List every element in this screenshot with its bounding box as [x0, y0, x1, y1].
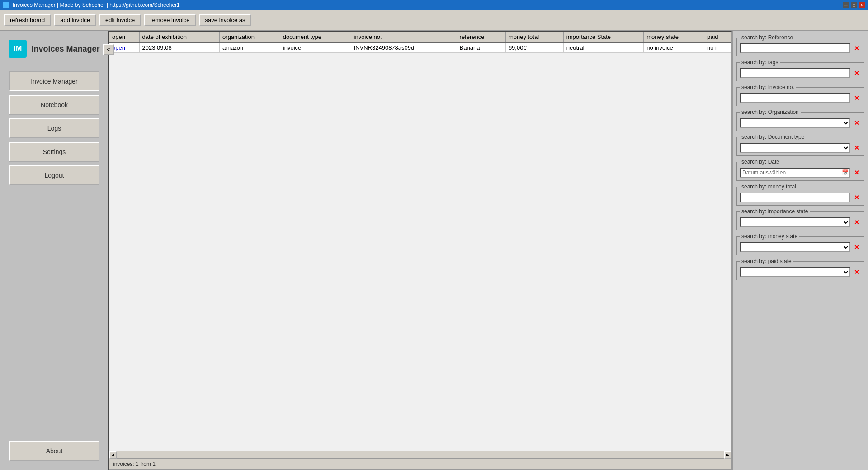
col-date: date of exhibition — [139, 32, 220, 42]
remove-invoice-button[interactable]: remove invoice — [144, 14, 196, 26]
content-area: open date of exhibition organization doc… — [108, 31, 732, 470]
add-invoice-button[interactable]: add invoice — [54, 14, 96, 26]
search-label-tags: search by: tags — [740, 59, 780, 66]
sidebar-logo: IM Invoices Manager — [0, 31, 108, 71]
search-label-importance-state: search by: importance state — [740, 208, 810, 215]
invoice-table-container[interactable]: open date of exhibition organization doc… — [109, 32, 731, 451]
sidebar-item-about[interactable]: About — [9, 441, 99, 461]
col-importance: importance State — [563, 32, 643, 42]
app-icon — [3, 2, 9, 8]
search-select-organization[interactable] — [740, 118, 850, 128]
sidebar: < IM Invoices Manager Invoice Manager No… — [0, 31, 108, 470]
app-container: refresh board add invoice edit invoice r… — [0, 10, 868, 470]
col-doctype: document type — [280, 32, 351, 42]
search-row-organization: ✕ — [740, 118, 861, 128]
col-reference: reference — [457, 32, 505, 42]
table-cell: 2023.09.08 — [139, 42, 220, 53]
calendar-icon[interactable]: 📅 — [840, 168, 849, 177]
search-row-invoice-no: ✕ — [740, 93, 861, 103]
search-group-invoice-no: search by: Invoice no. ✕ — [736, 84, 864, 106]
table-cell: no invoice — [644, 42, 704, 53]
save-invoice-as-button[interactable]: save invoice as — [199, 14, 252, 26]
search-clear-paid-state[interactable]: ✕ — [852, 268, 861, 276]
sidebar-nav: Invoice Manager Notebook Logs Settings L… — [0, 71, 108, 437]
search-label-money-state: search by: money state — [740, 233, 799, 240]
search-clear-date[interactable]: ✕ — [852, 169, 861, 176]
table-cell: INVNR32490878as09d — [351, 42, 457, 53]
logo-initials: IM — [14, 45, 22, 53]
search-row-reference: ✕ — [740, 43, 861, 53]
sidebar-item-settings[interactable]: Settings — [9, 142, 99, 162]
edit-invoice-button[interactable]: edit invoice — [99, 14, 141, 26]
search-clear-reference[interactable]: ✕ — [852, 45, 861, 52]
table-cell: amazon — [220, 42, 280, 53]
table-cell: invoice — [280, 42, 351, 53]
col-open: open — [109, 32, 139, 42]
search-input-invoice-no[interactable] — [740, 93, 850, 103]
logo-box: IM — [9, 40, 27, 58]
sidebar-item-label: Notebook — [41, 101, 68, 108]
search-group-paid-state: search by: paid state ✕ — [736, 258, 864, 280]
scroll-right-button[interactable]: ► — [724, 451, 731, 459]
table-cell: 69,00€ — [505, 42, 563, 53]
sidebar-item-logs[interactable]: Logs — [9, 118, 99, 138]
col-money-state: money state — [644, 32, 704, 42]
col-org: organization — [220, 32, 280, 42]
search-label-organization: search by: Organization — [740, 109, 801, 115]
search-input-money-total[interactable] — [740, 193, 850, 202]
table-body: open2023.09.08amazoninvoiceINVNR32490878… — [109, 42, 731, 53]
search-row-importance-state: ✕ — [740, 217, 861, 227]
search-label-date: search by: Date — [740, 159, 781, 165]
refresh-board-button[interactable]: refresh board — [4, 14, 51, 26]
scroll-left-button[interactable]: ◄ — [109, 451, 117, 459]
search-clear-organization[interactable]: ✕ — [852, 119, 861, 127]
invoice-table: open date of exhibition organization doc… — [109, 32, 731, 53]
search-clear-money-state[interactable]: ✕ — [852, 244, 861, 251]
search-select-importance-state[interactable] — [740, 217, 850, 227]
search-row-date: 📅 ✕ — [740, 168, 861, 178]
sidebar-collapse-button[interactable]: < — [103, 44, 114, 55]
sidebar-item-label: Settings — [43, 148, 66, 155]
search-group-tags: search by: tags ✕ — [736, 59, 864, 81]
search-group-date: search by: Date 📅 ✕ — [736, 159, 864, 181]
search-label-paid-state: search by: paid state — [740, 258, 793, 264]
sidebar-item-label: Logs — [47, 125, 61, 132]
search-clear-tags[interactable]: ✕ — [852, 70, 861, 77]
sidebar-bottom: About — [0, 437, 108, 470]
invoice-count-text: invoices: 1 from 1 — [113, 461, 156, 467]
search-select-document-type[interactable] — [740, 143, 850, 153]
search-clear-invoice-no[interactable]: ✕ — [852, 94, 861, 102]
search-select-paid-state[interactable] — [740, 267, 850, 277]
titlebar-title: Invoices Manager | Made by Schecher | ht… — [13, 2, 180, 8]
scroll-track[interactable] — [124, 452, 717, 458]
search-row-money-state: ✕ — [740, 242, 861, 252]
search-input-tags[interactable] — [740, 68, 850, 78]
right-panel: search by: Reference ✕ search by: tags ✕… — [732, 31, 868, 470]
col-paid: paid — [704, 32, 731, 42]
search-group-document-type: search by: Document type ✕ — [736, 134, 864, 156]
search-select-money-state[interactable] — [740, 242, 850, 252]
search-clear-importance-state[interactable]: ✕ — [852, 219, 861, 226]
horizontal-scrollbar[interactable]: ◄ ► — [109, 451, 731, 458]
search-input-date[interactable] — [741, 169, 840, 177]
logo-text: Invoices Manager — [31, 44, 99, 54]
sidebar-item-notebook[interactable]: Notebook — [9, 95, 99, 115]
minimize-button[interactable]: ─ — [843, 2, 849, 8]
search-label-reference: search by: Reference — [740, 34, 795, 41]
status-bar: invoices: 1 from 1 — [109, 458, 731, 469]
search-clear-document-type[interactable]: ✕ — [852, 144, 861, 151]
sidebar-item-invoice-manager[interactable]: Invoice Manager — [9, 71, 99, 91]
search-group-importance-state: search by: importance state ✕ — [736, 208, 864, 230]
sidebar-item-logout[interactable]: Logout — [9, 165, 99, 185]
titlebar: Invoices Manager | Made by Schecher | ht… — [0, 0, 868, 10]
search-label-document-type: search by: Document type — [740, 134, 806, 140]
table-cell: neutral — [563, 42, 643, 53]
sidebar-about-label: About — [46, 447, 63, 455]
close-button[interactable]: ✕ — [859, 2, 865, 8]
main-layout: < IM Invoices Manager Invoice Manager No… — [0, 31, 868, 470]
search-input-reference[interactable] — [740, 43, 850, 53]
search-label-money-total: search by: money total — [740, 183, 798, 190]
maximize-button[interactable]: □ — [851, 2, 857, 8]
table-row[interactable]: open2023.09.08amazoninvoiceINVNR32490878… — [109, 42, 731, 53]
search-clear-money-total[interactable]: ✕ — [852, 194, 861, 201]
